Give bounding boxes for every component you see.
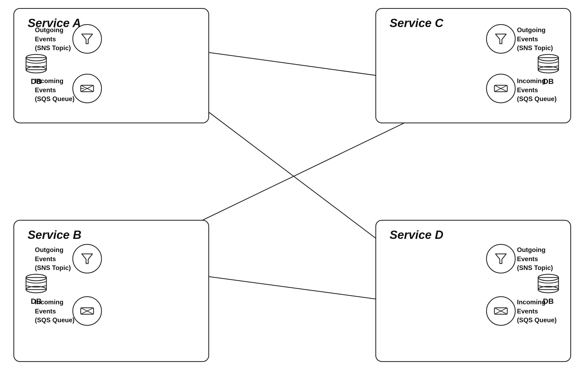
svg-marker-51 bbox=[82, 254, 93, 264]
svg-rect-54 bbox=[538, 58, 559, 70]
sns-a-icon bbox=[80, 31, 95, 46]
sqs-d-icon bbox=[493, 303, 508, 319]
service-b-title: Service B bbox=[28, 228, 82, 242]
sns-d-icon bbox=[493, 251, 508, 266]
diagram-container: Service A DB Outgoing Events (SNS Topic) bbox=[0, 0, 588, 385]
svg-rect-59 bbox=[538, 277, 559, 290]
sqs-a-label: Incoming Events (SQS Queue) bbox=[35, 76, 75, 103]
sns-d-label: Outgoing Events (SNS Topic) bbox=[517, 245, 553, 272]
sqs-a-circle bbox=[72, 74, 102, 103]
sns-b-icon bbox=[80, 251, 95, 266]
sqs-b-icon bbox=[80, 303, 95, 319]
svg-marker-56 bbox=[495, 34, 506, 44]
sns-b-circle bbox=[72, 244, 102, 273]
db-c-icon bbox=[536, 54, 560, 75]
sns-c-icon bbox=[493, 31, 508, 46]
svg-marker-61 bbox=[495, 254, 506, 264]
sqs-b-label: Incoming Events (SQS Queue) bbox=[35, 298, 75, 325]
svg-rect-42 bbox=[26, 58, 46, 70]
sns-c-circle bbox=[486, 24, 516, 54]
sqs-d-circle bbox=[486, 296, 516, 326]
sns-b-label: Outgoing Events (SNS Topic) bbox=[35, 245, 71, 272]
sqs-d-label: Incoming Events (SQS Queue) bbox=[517, 298, 557, 325]
db-d-icon bbox=[536, 273, 560, 295]
svg-rect-49 bbox=[26, 277, 46, 290]
sns-d-circle bbox=[486, 244, 516, 273]
sns-a-label: Outgoing Events (SNS Topic) bbox=[35, 25, 71, 53]
sqs-b-circle bbox=[72, 296, 102, 326]
service-d-title: Service D bbox=[390, 228, 443, 242]
service-c-title: Service C bbox=[390, 16, 443, 30]
db-a-icon bbox=[24, 54, 48, 75]
svg-marker-45 bbox=[82, 34, 93, 44]
sqs-c-icon bbox=[493, 81, 508, 96]
sqs-c-label: Incoming Events (SQS Queue) bbox=[517, 76, 557, 103]
db-b-icon bbox=[24, 273, 48, 295]
sns-c-label: Outgoing Events (SNS Topic) bbox=[517, 25, 553, 53]
sns-a-circle bbox=[72, 24, 102, 54]
svg-point-44 bbox=[26, 58, 46, 65]
sqs-a-icon bbox=[80, 81, 95, 96]
sqs-c-circle bbox=[486, 74, 516, 103]
